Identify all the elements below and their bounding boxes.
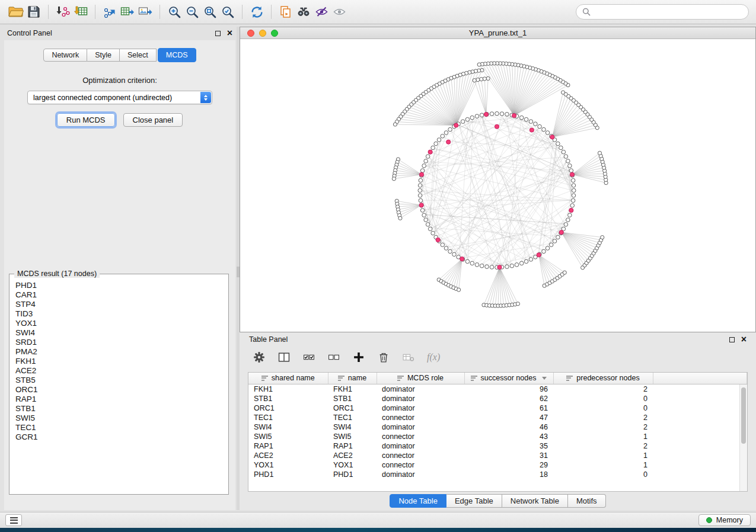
close-window-icon[interactable] xyxy=(247,30,254,37)
sort-icon xyxy=(566,376,573,381)
mcds-result-item[interactable]: STB5 xyxy=(15,376,222,385)
network-titlebar: YPA_prune.txt_1 xyxy=(240,27,755,39)
search-icon xyxy=(582,8,591,16)
column-header-mcds-role[interactable]: MCDS role xyxy=(377,373,464,384)
mcds-result-item[interactable]: TID3 xyxy=(15,309,222,319)
tab-motifs[interactable]: Motifs xyxy=(568,494,606,508)
zoom-selected-icon[interactable] xyxy=(219,4,237,20)
mcds-result-item[interactable]: PMA2 xyxy=(15,347,222,357)
mcds-result-list: PHD1CAR1STP4TID3YOX1SWI4SRD1PMA2FKH1ACE2… xyxy=(9,274,228,448)
maximize-window-icon[interactable] xyxy=(271,30,278,37)
deselect-all-rows-icon[interactable] xyxy=(327,351,340,364)
tab-select[interactable]: Select xyxy=(120,49,157,62)
column-header-predecessor-nodes[interactable]: predecessor nodes xyxy=(553,373,653,384)
table-row[interactable]: FKH1 FKH1 dominator 96 2 xyxy=(248,384,747,394)
table-body: FKH1 FKH1 dominator 96 2 STB1 STB1 domin… xyxy=(248,384,747,479)
zoom-fit-icon[interactable] xyxy=(201,4,219,20)
table-panel-title: Table Panel xyxy=(249,335,288,344)
table-row[interactable]: ORC1 ORC1 dominator 61 0 xyxy=(248,403,747,413)
column-header-successor-nodes[interactable]: successor nodes xyxy=(464,373,553,384)
mcds-result-item[interactable]: YOX1 xyxy=(15,319,222,328)
tab-network[interactable]: Network xyxy=(43,49,87,62)
tab-network-table[interactable]: Network Table xyxy=(502,494,568,508)
tab-edge-table[interactable]: Edge Table xyxy=(446,494,502,508)
paint-graphics-icon[interactable] xyxy=(312,4,330,20)
table-row[interactable]: SWI4 SWI4 dominator 46 2 xyxy=(248,422,747,432)
search-input[interactable] xyxy=(594,7,742,17)
column-header-name[interactable]: name xyxy=(328,373,377,384)
sort-icon xyxy=(338,376,344,381)
run-mcds-button[interactable]: Run MCDS xyxy=(57,113,115,127)
zoom-in-icon[interactable] xyxy=(165,4,183,20)
tab-style[interactable]: Style xyxy=(87,49,120,62)
network-graph[interactable] xyxy=(240,40,755,332)
application-window: Control Panel × Network Style Select MCD… xyxy=(0,0,756,528)
control-panel-titlebar: Control Panel × xyxy=(3,27,237,40)
mcds-result-item[interactable]: STB1 xyxy=(15,404,222,414)
mcds-result-item[interactable]: CAR1 xyxy=(15,290,222,300)
optimization-criterion-label: Optimization criterion: xyxy=(4,76,235,85)
mcds-result-item[interactable]: ORC1 xyxy=(15,385,222,395)
import-network-file-icon[interactable] xyxy=(54,4,72,20)
mcds-result-item[interactable]: STP4 xyxy=(15,300,222,309)
refresh-view-icon[interactable] xyxy=(248,4,266,20)
mcds-result-title: MCDS result (17 nodes) xyxy=(14,270,100,278)
table-row[interactable]: RAP1 RAP1 dominator 35 2 xyxy=(248,441,747,451)
mcds-result-item[interactable]: TEC1 xyxy=(15,423,222,432)
mcds-result-item[interactable]: RAP1 xyxy=(15,395,222,404)
mcds-result-item[interactable]: GCR1 xyxy=(15,432,222,442)
float-table-panel-icon[interactable] xyxy=(729,337,735,342)
show-columns-icon[interactable] xyxy=(277,351,291,364)
export-network-icon[interactable] xyxy=(101,4,119,20)
zoom-out-icon[interactable] xyxy=(183,4,201,20)
mcds-result-item[interactable]: SWI5 xyxy=(15,414,222,423)
delete-column-icon[interactable] xyxy=(377,351,390,364)
mcds-result-item[interactable]: ACE2 xyxy=(15,366,222,376)
add-column-icon[interactable] xyxy=(352,351,365,364)
minimize-window-icon[interactable] xyxy=(259,30,266,37)
table-settings-gear-icon[interactable] xyxy=(253,351,266,364)
table-header-row: shared name name MCDS role successor nod… xyxy=(248,373,747,384)
network-canvas[interactable] xyxy=(240,40,755,332)
table-row[interactable]: YOX1 YOX1 connector 29 1 xyxy=(248,460,747,470)
column-header-shared-name[interactable]: shared name xyxy=(248,373,328,384)
scrollbar-thumb[interactable] xyxy=(741,387,746,444)
table-scrollbar[interactable] xyxy=(739,384,747,491)
tab-mcds[interactable]: MCDS xyxy=(158,48,196,62)
table-row[interactable]: STB1 STB1 dominator 62 0 xyxy=(248,394,747,403)
close-panel-icon[interactable]: × xyxy=(227,30,232,36)
control-panel-body: Network Style Select MCDS Optimization c… xyxy=(4,40,235,510)
control-panel-tabs: Network Style Select MCDS xyxy=(4,40,235,62)
mcds-result-item[interactable]: FKH1 xyxy=(15,357,222,366)
show-graphics-icon[interactable] xyxy=(330,4,348,20)
import-table-file-icon[interactable] xyxy=(72,4,90,20)
table-panel-titlebar: Table Panel × xyxy=(240,333,756,346)
function-builder-icon: f(x) xyxy=(427,352,440,363)
criterion-dropdown[interactable]: largest connected component (undirected) xyxy=(27,91,212,104)
tab-node-table[interactable]: Node Table xyxy=(390,494,446,508)
main-toolbar xyxy=(0,0,756,24)
open-session-icon[interactable] xyxy=(7,4,25,20)
close-panel-button[interactable]: Close panel xyxy=(123,113,183,127)
network-view-window: YPA_prune.txt_1 xyxy=(240,27,756,332)
table-row[interactable]: SWI5 SWI5 connector 43 1 xyxy=(248,432,747,441)
table-row[interactable]: ACE2 ACE2 connector 31 1 xyxy=(248,451,747,460)
table-row[interactable]: PHD1 PHD1 dominator 18 0 xyxy=(248,470,747,479)
mcds-result-item[interactable]: PHD1 xyxy=(15,281,222,290)
save-session-icon[interactable] xyxy=(25,4,43,20)
float-panel-icon[interactable] xyxy=(215,31,221,36)
mcds-result-item[interactable]: SRD1 xyxy=(15,338,222,347)
copy-network-icon[interactable] xyxy=(277,4,295,20)
mcds-result-item[interactable]: SWI4 xyxy=(15,328,222,338)
table-row[interactable]: TEC1 TEC1 connector 47 2 xyxy=(248,413,747,422)
search-network-icon[interactable] xyxy=(295,4,312,20)
export-image-icon[interactable] xyxy=(136,4,154,20)
memory-button[interactable]: Memory xyxy=(698,514,751,526)
table-toolbar: f(x) xyxy=(240,346,756,368)
desktop: Control Panel × Network Style Select MCD… xyxy=(0,0,756,532)
select-all-rows-icon[interactable] xyxy=(302,351,315,364)
status-menu-button[interactable] xyxy=(5,514,22,526)
memory-label: Memory xyxy=(716,516,743,524)
export-table-icon[interactable] xyxy=(119,4,136,20)
close-table-panel-icon[interactable]: × xyxy=(741,336,747,342)
